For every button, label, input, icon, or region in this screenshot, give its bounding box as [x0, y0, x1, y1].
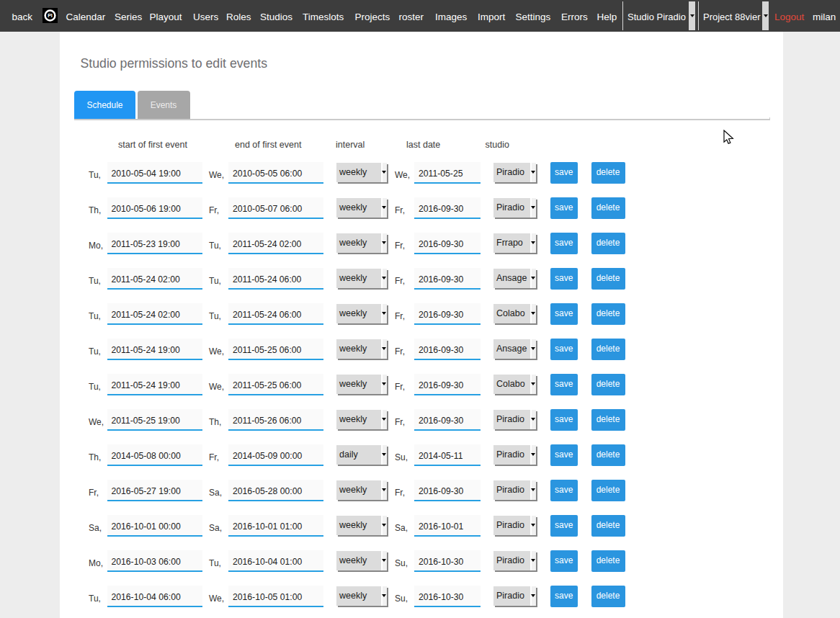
svg-text:PI: PI	[48, 13, 53, 18]
